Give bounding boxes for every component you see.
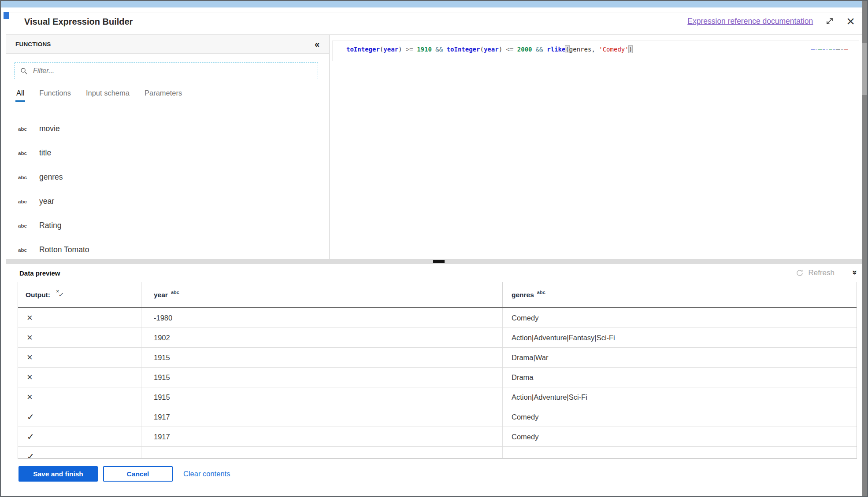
data-preview-table: Output: × ✓ year abc genres abc ×-1980Co… [18, 282, 857, 459]
table-row[interactable]: ×1915Drama [18, 367, 857, 387]
filter-input[interactable] [32, 66, 312, 75]
collapse-preview-icon[interactable]: « [849, 270, 859, 275]
clear-contents-link[interactable]: Clear contents [183, 470, 230, 478]
year-column-header[interactable]: year abc [141, 282, 503, 307]
output-cell: × [18, 308, 141, 328]
x-mark-icon: × [27, 372, 33, 383]
table-row[interactable]: ✓1917Comedy [18, 407, 857, 427]
type-abc-label: abc [18, 247, 34, 253]
tab-all[interactable]: All [15, 89, 25, 102]
background-page-fragment [4, 12, 9, 19]
schema-item-rotton-tomato[interactable]: abcRotton Tomato [6, 238, 329, 259]
schema-item-label: Rotton Tomato [39, 245, 89, 254]
schema-item-label: title [39, 148, 51, 158]
minimap-segment [823, 49, 825, 50]
collapse-panel-icon[interactable]: « [315, 39, 319, 49]
functions-panel-header: FUNCTIONS « [6, 35, 329, 54]
genres-cell: Action|Adventure|Sci-Fi [503, 387, 857, 407]
pane-splitter[interactable] [6, 259, 862, 264]
year-cell: 1915 [141, 387, 503, 407]
x-mark-icon: × [27, 332, 33, 343]
schema-item-movie[interactable]: abcmovie [6, 117, 329, 141]
minimap-segment [816, 49, 817, 50]
schema-item-title[interactable]: abctitle [6, 141, 329, 165]
tab-input-schema[interactable]: Input schema [85, 89, 130, 102]
code-token: ( [565, 46, 569, 53]
refresh-icon [796, 269, 804, 277]
year-cell [141, 447, 503, 458]
expression-reference-doc-link[interactable]: Expression reference documentation [687, 17, 813, 26]
tab-functions[interactable]: Functions [38, 89, 72, 102]
table-row[interactable]: ×1902Action|Adventure|Fantasy|Sci-Fi [18, 328, 857, 347]
code-token: rlike [547, 46, 565, 53]
close-icon[interactable]: × [846, 16, 855, 26]
table-row[interactable]: ×1915Action|Adventure|Sci-Fi [18, 387, 857, 407]
table-row[interactable]: ×-1980Comedy [18, 308, 857, 328]
save-and-finish-button[interactable]: Save and finish [19, 466, 98, 482]
background-page-strip [1, 1, 863, 7]
check-mark-icon: ✓ [27, 431, 34, 442]
dialog-actions: Save and finish Cancel Clear contents [19, 466, 230, 482]
genres-cell: Drama|War [503, 348, 857, 367]
table-body: ×-1980Comedy×1902Action|Adventure|Fantas… [18, 308, 857, 458]
code-token: year [383, 46, 398, 53]
year-cell: 1917 [141, 407, 503, 427]
genres-cell: Comedy [503, 427, 857, 446]
cancel-button[interactable]: Cancel [103, 466, 173, 482]
output-filter-icon[interactable]: × ✓ [55, 290, 64, 300]
type-abc-label: abc [18, 223, 34, 228]
data-preview-title: Data preview [19, 269, 60, 277]
year-column-label: year [154, 291, 168, 299]
genres-cell: Comedy [503, 407, 857, 427]
output-column-header: Output: × ✓ [18, 282, 141, 307]
functions-panel: FUNCTIONS « AllFunctionsInput schemaPara… [6, 35, 330, 259]
editor-minimap [811, 49, 848, 50]
code-token: genres [569, 46, 592, 53]
code-token: >= [402, 46, 417, 53]
table-row[interactable]: ✓1917Comedy [18, 427, 857, 446]
filter-box[interactable] [15, 63, 318, 79]
page-scrollbar[interactable] [862, 1, 867, 496]
minimap-segment [833, 49, 835, 50]
scrollbar-thumb[interactable] [862, 43, 867, 95]
code-token: && [432, 46, 447, 53]
minimap-segment [836, 49, 840, 50]
code-token: toInteger [447, 46, 480, 53]
table-row[interactable]: ×1915Drama|War [18, 347, 857, 367]
refresh-button[interactable]: Refresh [796, 269, 835, 277]
expand-icon[interactable] [825, 17, 834, 26]
schema-item-label: genres [39, 173, 63, 182]
output-cell: × [18, 387, 141, 407]
dialog-title: Visual Expression Builder [24, 17, 133, 27]
x-mark-icon: × [27, 312, 33, 324]
schema-item-year[interactable]: abcyear [6, 189, 329, 214]
year-cell: 1915 [141, 348, 503, 367]
table-row[interactable]: ✓ [18, 446, 857, 458]
expand-icon-svg [825, 17, 834, 26]
minimap-segment [841, 49, 843, 50]
schema-item-rating[interactable]: abcRating [6, 214, 329, 238]
genres-column-header[interactable]: genres abc [503, 282, 857, 307]
type-abc-label: abc [18, 151, 34, 156]
code-token: ) [499, 46, 502, 53]
minimap-segment [829, 49, 832, 50]
expression-code-line[interactable]: toInteger(year) >= 1910 && toInteger(yea… [346, 46, 632, 53]
year-cell: 1917 [141, 427, 503, 446]
minimap-segment [818, 49, 822, 50]
tab-parameters[interactable]: Parameters [144, 89, 183, 102]
code-token: ) [629, 46, 632, 53]
table-header-row: Output: × ✓ year abc genres abc [18, 282, 857, 308]
output-cell: ✓ [18, 447, 141, 458]
type-abc-label: abc [18, 175, 34, 180]
expression-editor[interactable]: toInteger(year) >= 1910 && toInteger(yea… [330, 35, 862, 259]
genres-column-type: abc [537, 290, 545, 295]
output-column-label: Output: [26, 291, 50, 299]
year-cell: -1980 [141, 308, 503, 328]
x-mark-icon: × [27, 391, 33, 403]
genres-cell: Drama [503, 368, 857, 387]
dialog-header-actions: Expression reference documentation × [687, 16, 855, 26]
splitter-drag-handle[interactable] [433, 260, 445, 263]
minimap-segment [826, 49, 828, 50]
code-token: 'Comedy' [599, 46, 628, 53]
schema-item-genres[interactable]: abcgenres [6, 165, 329, 189]
